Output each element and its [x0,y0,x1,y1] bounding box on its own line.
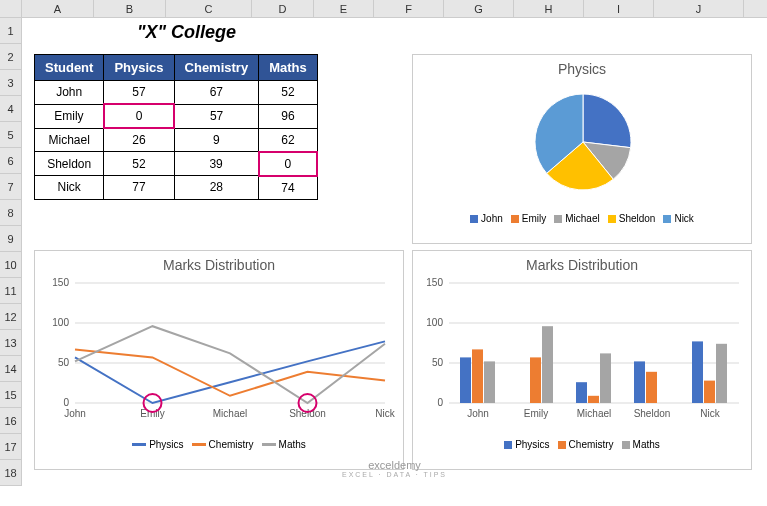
table-cell[interactable]: 0 [259,152,318,176]
legend-item: Physics [504,439,549,450]
pie-svg [413,77,753,207]
table-cell[interactable]: 67 [174,81,259,105]
table-cell[interactable]: 77 [104,176,174,200]
table-header: Maths [259,55,318,81]
row-header[interactable]: 17 [0,434,21,460]
svg-text:Michael: Michael [577,408,611,419]
legend-item: Chemistry [558,439,614,450]
table-cell[interactable]: 9 [174,128,259,152]
svg-text:Nick: Nick [700,408,720,419]
table-cell[interactable]: Nick [35,176,104,200]
row-header[interactable]: 9 [0,226,21,252]
chart-line-marks[interactable]: Marks Distribution 050100150JohnEmilyMic… [34,250,404,470]
line-legend: PhysicsChemistryMaths [35,439,403,450]
chart-title: Physics [413,61,751,77]
row-header[interactable]: 1 [0,18,21,44]
row-header[interactable]: 11 [0,278,21,304]
col-header[interactable]: F [374,0,444,17]
table-cell[interactable]: Emily [35,104,104,128]
worksheet[interactable]: "X" College StudentPhysicsChemistryMaths… [22,18,767,486]
svg-text:100: 100 [426,317,443,328]
row-header[interactable]: 15 [0,382,21,408]
table-row[interactable]: Sheldon52390 [35,152,318,176]
table-cell[interactable]: 52 [104,152,174,176]
table-cell[interactable]: Sheldon [35,152,104,176]
row-header[interactable]: 6 [0,148,21,174]
watermark-main: exceldemy [342,459,447,471]
col-header[interactable] [0,0,22,17]
svg-text:150: 150 [52,277,69,288]
table-cell[interactable]: 74 [259,176,318,200]
column-headers: ABCDEFGHIJ [0,0,767,18]
data-table[interactable]: StudentPhysicsChemistryMathsJohn576752Em… [34,54,318,200]
svg-rect-38 [704,381,715,403]
col-header[interactable]: H [514,0,584,17]
table-row[interactable]: John576752 [35,81,318,105]
svg-rect-24 [472,349,483,403]
svg-rect-28 [542,326,553,403]
col-header[interactable]: E [314,0,374,17]
col-header[interactable]: G [444,0,514,17]
table-row[interactable]: Nick772874 [35,176,318,200]
table-cell[interactable]: 52 [259,81,318,105]
table-header: Physics [104,55,174,81]
row-header[interactable]: 4 [0,96,21,122]
col-header[interactable]: A [22,0,94,17]
svg-text:Nick: Nick [375,408,395,419]
svg-text:Sheldon: Sheldon [634,408,671,419]
svg-text:Emily: Emily [140,408,164,419]
row-header[interactable]: 13 [0,330,21,356]
svg-text:John: John [64,408,86,419]
row-header[interactable]: 18 [0,460,21,486]
row-header[interactable]: 5 [0,122,21,148]
table-cell[interactable]: John [35,81,104,105]
table-row[interactable]: Michael26962 [35,128,318,152]
col-header[interactable]: B [94,0,166,17]
col-header[interactable]: D [252,0,314,17]
col-header[interactable]: J [654,0,744,17]
row-header[interactable]: 7 [0,174,21,200]
row-header[interactable]: 2 [0,44,21,70]
svg-text:0: 0 [63,397,69,408]
table-cell[interactable]: 28 [174,176,259,200]
svg-rect-31 [588,396,599,403]
table-cell[interactable]: 26 [104,128,174,152]
col-header[interactable]: C [166,0,252,17]
table-row[interactable]: Emily05796 [35,104,318,128]
row-header[interactable]: 14 [0,356,21,382]
svg-rect-39 [716,344,727,403]
pie-legend: JohnEmilyMichaelSheldonNick [413,213,751,224]
legend-item: Sheldon [608,213,656,224]
col-header[interactable]: I [584,0,654,17]
svg-rect-34 [634,361,645,403]
row-header[interactable]: 16 [0,408,21,434]
svg-text:Emily: Emily [524,408,548,419]
row-headers: 123456789101112131415161718 [0,18,22,486]
svg-text:150: 150 [426,277,443,288]
svg-rect-32 [600,353,611,403]
table-cell[interactable]: 0 [104,104,174,128]
row-header[interactable]: 10 [0,252,21,278]
svg-text:0: 0 [437,397,443,408]
svg-rect-27 [530,357,541,403]
table-cell[interactable]: 57 [174,104,259,128]
table-cell[interactable]: Michael [35,128,104,152]
line-svg: 050100150JohnEmilyMichaelSheldonNick [35,273,405,433]
legend-item: Emily [511,213,546,224]
table-cell[interactable]: 62 [259,128,318,152]
table-cell[interactable]: 57 [104,81,174,105]
legend-item: Nick [663,213,693,224]
table-cell[interactable]: 39 [174,152,259,176]
row-header[interactable]: 3 [0,70,21,96]
bar-svg: 050100150JohnEmilyMichaelSheldonNick [413,273,753,433]
svg-rect-30 [576,382,587,403]
chart-bar-marks[interactable]: Marks Distribution 050100150JohnEmilyMic… [412,250,752,470]
legend-item: Maths [622,439,660,450]
row-header[interactable]: 12 [0,304,21,330]
table-header: Student [35,55,104,81]
table-cell[interactable]: 96 [259,104,318,128]
svg-text:John: John [467,408,489,419]
chart-title: Marks Distribution [413,257,751,273]
row-header[interactable]: 8 [0,200,21,226]
chart-pie-physics[interactable]: Physics JohnEmilyMichaelSheldonNick [412,54,752,244]
